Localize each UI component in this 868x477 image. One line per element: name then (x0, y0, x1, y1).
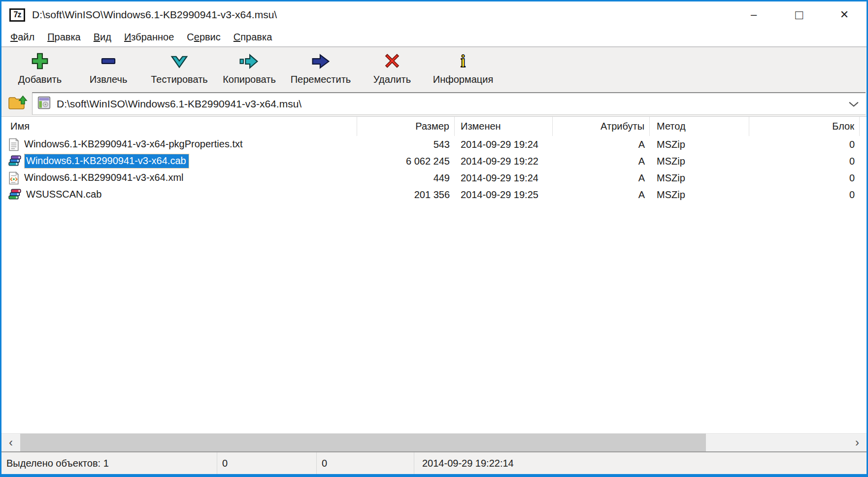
minimize-button[interactable]: – (742, 5, 765, 25)
horizontal-scrollbar: ‹ › (1, 433, 867, 451)
column-header-size[interactable]: Размер (357, 117, 455, 136)
address-row: D:\soft\WinISO\Windows6.1-KB2990941-v3-x… (1, 91, 867, 116)
copy-button[interactable]: Копировать (212, 49, 286, 85)
status-value-2: 0 (317, 452, 414, 474)
test-check-icon (142, 49, 216, 73)
delete-button[interactable]: Удалить (363, 49, 422, 85)
scroll-right-arrow-icon[interactable]: › (848, 434, 867, 451)
test-button[interactable]: Тестировать (142, 49, 216, 85)
file-attributes: A (553, 172, 650, 184)
copy-arrow-icon (212, 49, 286, 73)
toolbar: Добавить Извлечь Тестировать Копировать … (1, 47, 867, 91)
file-size: 201 356 (357, 189, 455, 201)
xml-file-icon (8, 171, 19, 185)
menu-bar: Файл Правка Вид Избранное Сервис Справка (1, 28, 867, 46)
add-button[interactable]: Добавить (10, 49, 70, 85)
window-title: D:\soft\WinISO\Windows6.1-KB2990941-v3-x… (32, 9, 277, 21)
file-name: Windows6.1-KB2990941-v3-x64-pkgPropertie… (23, 137, 245, 151)
info-icon: i (424, 49, 502, 73)
info-button[interactable]: i Информация (424, 49, 502, 85)
file-method: MSZip (650, 139, 749, 150)
file-block: 0 (749, 139, 860, 150)
extract-button[interactable]: Извлечь (78, 49, 138, 85)
status-selected-objects: Выделено объектов: 1 (1, 452, 217, 474)
file-method: MSZip (650, 172, 749, 184)
menu-file[interactable]: Файл (4, 31, 41, 44)
file-modified: 2014-09-29 19:25 (455, 189, 553, 201)
file-method: MSZip (650, 156, 749, 167)
cab-archive-icon (8, 155, 21, 168)
column-header-attributes[interactable]: Атрибуты (553, 117, 650, 136)
column-header-method[interactable]: Метод (650, 117, 749, 136)
menu-edit[interactable]: Правка (41, 31, 87, 44)
window-controls: – □ ✕ (742, 1, 856, 28)
scrollbar-thumb[interactable] (20, 434, 706, 451)
list-header: Имя Размер Изменен Атрибуты Метод Блок (1, 117, 867, 136)
text-file-icon (8, 138, 19, 151)
file-block: 0 (749, 189, 860, 201)
file-modified: 2014-09-29 19:24 (455, 139, 553, 150)
up-one-level-button[interactable] (6, 93, 29, 114)
scrollbar-track[interactable] (20, 434, 848, 451)
title-bar: 7z D:\soft\WinISO\Windows6.1-KB2990941-v… (1, 1, 867, 28)
svg-text:i: i (461, 52, 466, 70)
delete-x-icon (363, 49, 422, 73)
file-block: 0 (749, 156, 860, 167)
move-arrow-icon (281, 49, 360, 73)
file-attributes: A (553, 139, 650, 150)
file-size: 543 (357, 139, 455, 150)
file-attributes: A (553, 189, 650, 201)
add-plus-icon (10, 49, 70, 73)
scroll-left-arrow-icon[interactable]: ‹ (1, 434, 20, 451)
file-list: Имя Размер Изменен Атрибуты Метод Блок W… (1, 116, 867, 433)
extract-minus-icon (78, 49, 138, 73)
status-timestamp: 2014-09-29 19:22:14 (414, 452, 867, 474)
file-name: Windows6.1-KB2990941-v3-x64.xml (23, 171, 186, 185)
column-header-name[interactable]: Имя (1, 117, 357, 136)
file-size: 6 062 245 (357, 156, 455, 167)
cab-archive-icon (8, 188, 21, 201)
maximize-button[interactable]: □ (788, 5, 810, 25)
chevron-down-icon[interactable] (849, 98, 859, 110)
msu-archive-icon (37, 96, 51, 112)
file-method: MSZip (650, 189, 749, 201)
file-modified: 2014-09-29 19:24 (455, 172, 553, 184)
menu-help[interactable]: Справка (227, 31, 278, 44)
file-name: WSUSSCAN.cab (25, 188, 104, 202)
app-7zip-icon: 7z (9, 8, 25, 22)
file-name: Windows6.1-KB2990941-v3-x64.cab (25, 154, 189, 168)
file-block: 0 (749, 172, 860, 184)
move-button[interactable]: Переместить (281, 49, 360, 85)
close-button[interactable]: ✕ (833, 5, 856, 25)
column-header-filler (860, 117, 867, 136)
table-row-selected[interactable]: Windows6.1-KB2990941-v3-x64.cab 6 062 24… (1, 153, 867, 170)
table-row[interactable]: Windows6.1-KB2990941-v3-x64.xml 449 2014… (1, 170, 867, 186)
status-value-1: 0 (217, 452, 317, 474)
column-header-modified[interactable]: Изменен (455, 117, 553, 136)
menu-favorites[interactable]: Избранное (118, 31, 180, 44)
table-row[interactable]: WSUSSCAN.cab 201 356 2014-09-29 19:25 A … (1, 186, 867, 203)
file-modified: 2014-09-29 19:22 (455, 156, 553, 167)
status-bar: Выделено объектов: 1 0 0 2014-09-29 19:2… (1, 451, 867, 474)
address-combobox[interactable]: D:\soft\WinISO\Windows6.1-KB2990941-v3-x… (32, 92, 866, 115)
menu-view[interactable]: Вид (87, 31, 118, 44)
table-row[interactable]: Windows6.1-KB2990941-v3-x64-pkgPropertie… (1, 136, 867, 153)
menu-tools[interactable]: Сервис (180, 31, 227, 44)
address-path: D:\soft\WinISO\Windows6.1-KB2990941-v3-x… (57, 98, 301, 110)
file-attributes: A (553, 156, 650, 167)
folder-up-icon (7, 93, 28, 114)
app-window: 7z D:\soft\WinISO\Windows6.1-KB2990941-v… (0, 0, 868, 477)
file-size: 449 (357, 172, 455, 184)
column-header-block[interactable]: Блок (749, 117, 860, 136)
